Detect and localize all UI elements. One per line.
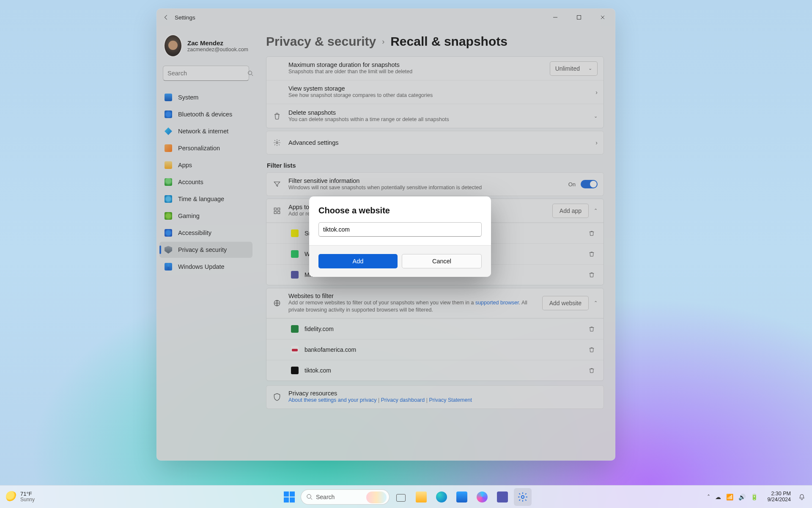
edge-button[interactable]	[433, 488, 450, 506]
svg-point-8	[307, 494, 311, 498]
system-tray[interactable]: ˄ ☁ 📶 🔊 🔋	[703, 489, 762, 505]
taskbar-search[interactable]: Search	[301, 489, 390, 505]
chevron-up-icon[interactable]: ˄	[707, 494, 710, 500]
weather-icon	[6, 491, 17, 502]
battery-icon[interactable]: 🔋	[751, 494, 758, 500]
gear-icon	[517, 491, 528, 502]
choose-website-dialog: Choose a website Add Cancel	[309, 196, 491, 277]
store-button[interactable]	[453, 488, 471, 506]
task-view-button[interactable]	[392, 488, 410, 506]
copilot-spark-icon	[366, 491, 387, 503]
add-button[interactable]: Add	[318, 254, 398, 268]
taskbar-clock[interactable]: 2:30 PM 9/24/2024	[765, 491, 793, 502]
copilot-button[interactable]	[473, 488, 491, 506]
windows-icon	[284, 491, 295, 502]
svg-point-9	[521, 495, 524, 498]
teams-button[interactable]	[494, 488, 511, 506]
taskbar: 71°F Sunny Search ˄ ☁ 📶 🔊 🔋 2:30 PM	[0, 485, 812, 508]
onedrive-icon[interactable]: ☁	[715, 494, 721, 500]
wifi-icon[interactable]: 📶	[726, 494, 733, 500]
dialog-title: Choose a website	[309, 196, 491, 220]
volume-icon[interactable]: 🔊	[738, 494, 746, 500]
explorer-button[interactable]	[412, 488, 430, 506]
notifications-button[interactable]	[796, 494, 808, 500]
settings-window: Settings Zac Mendez zacmendez@outlook.co…	[156, 8, 615, 461]
taskbar-weather[interactable]: 71°F Sunny	[0, 491, 35, 502]
start-button[interactable]	[280, 488, 298, 506]
cancel-button[interactable]: Cancel	[402, 254, 482, 268]
taskbar-center: Search	[280, 488, 532, 506]
website-url-input[interactable]	[318, 222, 482, 237]
taskbar-right: ˄ ☁ 📶 🔊 🔋 2:30 PM 9/24/2024	[703, 489, 812, 505]
settings-taskbar-button[interactable]	[514, 488, 532, 506]
